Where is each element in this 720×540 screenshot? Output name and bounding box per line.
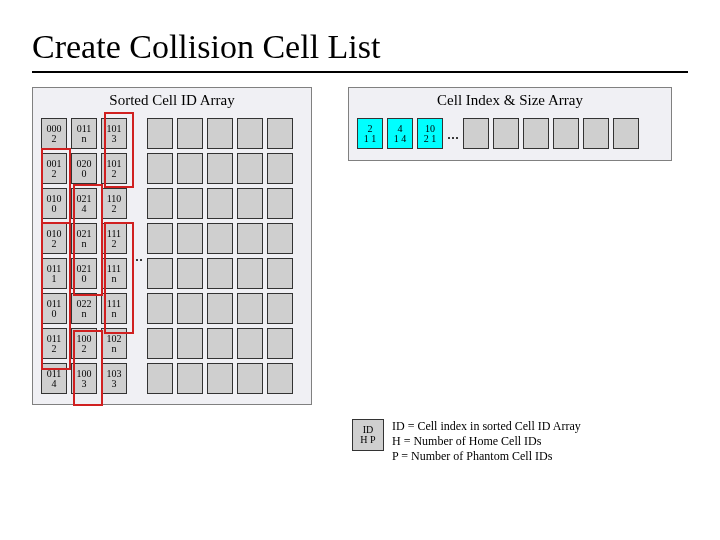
legend-key-cell: ID H P (352, 419, 384, 451)
index-size-heading: Cell Index & Size Array (349, 88, 671, 112)
array-cell (237, 363, 263, 394)
array-cell (147, 363, 173, 394)
array-cell (177, 188, 203, 219)
array-cell: 1013 (101, 118, 127, 149)
array-cell: 021n (71, 223, 97, 254)
array-cell: 111n (101, 293, 127, 324)
array-cell (583, 118, 609, 149)
array-cell: 21 1 (357, 118, 383, 149)
array-cell (267, 153, 293, 184)
array-cell (147, 188, 173, 219)
array-cell (177, 118, 203, 149)
array-cell (553, 118, 579, 149)
array-cell: 0102 (41, 223, 67, 254)
array-cell: 0012 (41, 153, 67, 184)
array-cell (207, 118, 233, 149)
array-cell: 0100 (41, 188, 67, 219)
sorted-array-heading: Sorted Cell ID Array (33, 88, 311, 112)
array-cell (177, 258, 203, 289)
array-cell (207, 223, 233, 254)
array-cell: 41 4 (387, 118, 413, 149)
array-cell (493, 118, 519, 149)
array-cell (207, 153, 233, 184)
array-cell (267, 188, 293, 219)
array-cell (463, 118, 489, 149)
array-cell: 1033 (101, 363, 127, 394)
array-cell (237, 118, 263, 149)
index-size-grid: 21 141 4102 1 (355, 116, 445, 151)
array-cell (177, 223, 203, 254)
array-cell (613, 118, 639, 149)
array-cell: 1012 (101, 153, 127, 184)
array-cell (237, 188, 263, 219)
array-cell (147, 258, 173, 289)
legend-line-p: P = Number of Phantom Cell IDs (392, 449, 581, 464)
array-cell (147, 328, 173, 359)
array-cell (207, 328, 233, 359)
array-cell (207, 188, 233, 219)
array-cell: 0111 (41, 258, 67, 289)
array-cell (177, 328, 203, 359)
sorted-array-grid: 0002011n10130012020010120100021411020102… (39, 116, 129, 396)
title-rule (32, 71, 688, 73)
array-cell (177, 153, 203, 184)
array-cell: 022n (71, 293, 97, 324)
index-size-panel: Cell Index & Size Array 21 141 4102 1 ..… (348, 87, 672, 161)
array-cell: 0114 (41, 363, 67, 394)
array-cell (523, 118, 549, 149)
ellipsis: ... (131, 238, 143, 274)
sorted-array-blank-grid (145, 116, 295, 396)
array-cell (147, 293, 173, 324)
array-cell: 1003 (71, 363, 97, 394)
legend-line-h: H = Number of Home Cell IDs (392, 434, 581, 449)
array-cell (147, 153, 173, 184)
array-cell: 0112 (41, 328, 67, 359)
array-cell (267, 258, 293, 289)
array-cell (237, 293, 263, 324)
array-cell (267, 223, 293, 254)
array-cell (267, 118, 293, 149)
array-cell: 0002 (41, 118, 67, 149)
array-cell (237, 258, 263, 289)
array-cell (237, 153, 263, 184)
array-cell: 102 1 (417, 118, 443, 149)
array-cell: 111n (101, 258, 127, 289)
array-cell: 1102 (101, 188, 127, 219)
array-cell: 011n (71, 118, 97, 149)
array-cell (267, 328, 293, 359)
index-size-blank-grid (461, 116, 641, 151)
ellipsis: ... (447, 116, 459, 152)
array-cell (267, 363, 293, 394)
array-cell: 0214 (71, 188, 97, 219)
array-cell: 0210 (71, 258, 97, 289)
sorted-array-panel: Sorted Cell ID Array 0002011n10130012020… (32, 87, 312, 405)
array-cell: 1112 (101, 223, 127, 254)
array-cell (237, 223, 263, 254)
array-cell (207, 258, 233, 289)
array-cell: 0200 (71, 153, 97, 184)
array-cell (177, 293, 203, 324)
legend-key-bot: H P (360, 435, 375, 445)
array-cell: 0110 (41, 293, 67, 324)
array-cell (177, 363, 203, 394)
legend-line-id: ID = Cell index in sorted Cell ID Array (392, 419, 581, 434)
legend: ID H P ID = Cell index in sorted Cell ID… (352, 419, 720, 464)
array-cell (237, 328, 263, 359)
array-cell: 1002 (71, 328, 97, 359)
array-cell (267, 293, 293, 324)
legend-text: ID = Cell index in sorted Cell ID Array … (392, 419, 581, 464)
array-cell: 102n (101, 328, 127, 359)
page-title: Create Collision Cell List (32, 28, 688, 65)
array-cell (147, 223, 173, 254)
array-cell (207, 293, 233, 324)
array-cell (147, 118, 173, 149)
array-cell (207, 363, 233, 394)
